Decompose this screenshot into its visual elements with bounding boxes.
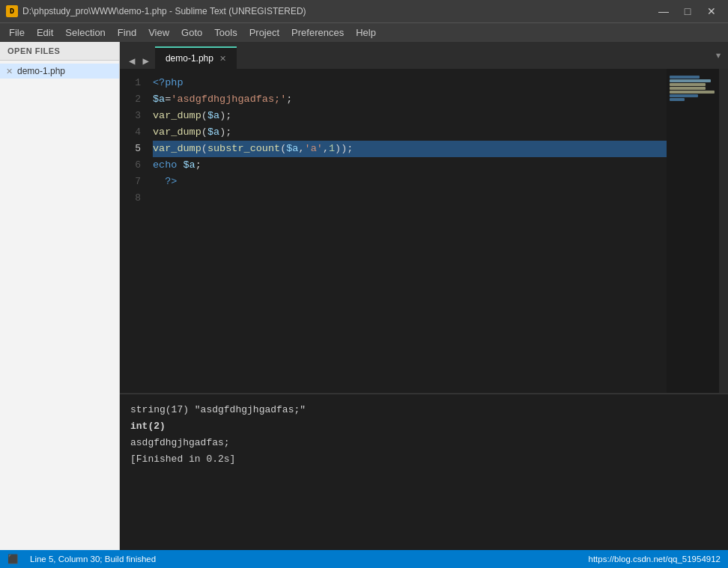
tab-nav: ◀ ▶ — [126, 53, 152, 69]
close-button[interactable]: ✕ — [701, 4, 722, 18]
tab-prev-button[interactable]: ◀ — [126, 53, 138, 69]
editor-tab[interactable]: demo-1.php ✕ — [155, 46, 237, 69]
sidebar-header: OPEN FILES — [0, 42, 119, 61]
menu-item-edit[interactable]: Edit — [31, 25, 59, 41]
tab-label: demo-1.php — [166, 53, 213, 64]
line-num-7: 7 — [120, 174, 141, 190]
output-line-3: asdgfdhgjhgadfas; — [130, 435, 718, 451]
sidebar-files: ✕ demo-1.php — [0, 61, 119, 82]
code-content[interactable]: <?php $a='asdgfdhgjhgadfas;'; var_dump($… — [147, 69, 667, 393]
line-num-1: 1 — [120, 75, 141, 91]
minimize-button[interactable]: — — [653, 4, 674, 18]
code-line-8 — [153, 190, 667, 207]
menu-item-project[interactable]: Project — [243, 25, 285, 41]
status-bar: ⬛ Line 5, Column 30; Build finished http… — [0, 550, 728, 568]
menu-item-view[interactable]: View — [142, 25, 175, 41]
tab-overflow-button[interactable]: ▾ — [715, 48, 722, 63]
main-layout: OPEN FILES ✕ demo-1.php ◀ ▶ demo-1.php ✕… — [0, 42, 728, 550]
code-line-7: ?> — [153, 174, 667, 190]
output-line-2: int(2) — [130, 418, 718, 435]
app-icon: D — [6, 5, 18, 17]
line-num-6: 6 — [120, 157, 141, 174]
status-left: ⬛ Line 5, Column 30; Build finished — [7, 554, 156, 564]
file-close-icon[interactable]: ✕ — [6, 67, 13, 76]
title-bar: D D:\phpstudy_pro\WWW\demo-1.php - Subli… — [0, 0, 728, 22]
menu-item-preferences[interactable]: Preferences — [285, 25, 350, 41]
scroll-indicator-strip — [719, 69, 728, 393]
code-line-2: $a='asdgfdhgjhgadfas;'; — [153, 91, 667, 108]
mini-line-1 — [670, 76, 700, 79]
tab-bar: ◀ ▶ demo-1.php ✕ ▾ — [120, 42, 728, 69]
file-name: demo-1.php — [17, 66, 65, 76]
code-line-3: var_dump($a); — [153, 108, 667, 124]
line-numbers: 1 2 3 4 5 6 7 8 — [120, 69, 147, 393]
title-text: D:\phpstudy_pro\WWW\demo-1.php - Sublime… — [22, 6, 306, 16]
menu-item-help[interactable]: Help — [350, 25, 382, 41]
line-num-3: 3 — [120, 108, 141, 124]
status-right: https://blog.csdn.net/qq_51954912 — [589, 555, 721, 564]
window-controls: — □ ✕ — [653, 4, 722, 18]
code-line-6: echo $a; — [153, 157, 667, 174]
editor-container: ◀ ▶ demo-1.php ✕ ▾ 1 2 3 4 5 6 7 8 — [120, 42, 728, 550]
tab-close-icon[interactable]: ✕ — [219, 54, 226, 64]
menu-item-find[interactable]: Find — [112, 25, 142, 41]
menu-item-goto[interactable]: Goto — [175, 25, 208, 41]
line-num-8: 8 — [120, 190, 141, 207]
minimap — [667, 69, 719, 393]
mini-line-6 — [670, 94, 698, 97]
code-line-4: var_dump($a); — [153, 124, 667, 141]
tab-next-button[interactable]: ▶ — [139, 53, 151, 69]
minimap-content — [667, 69, 719, 108]
output-line-4: [Finished in 0.2s] — [130, 451, 718, 468]
status-icon: ⬛ — [7, 554, 18, 564]
menu-item-tools[interactable]: Tools — [208, 25, 243, 41]
line-num-4: 4 — [120, 124, 141, 141]
line-num-5: 5 — [120, 141, 141, 157]
output-panel: string(17) "asdgfdhgjhgadfas;" int(2) as… — [120, 393, 728, 550]
line-num-2: 2 — [120, 91, 141, 108]
mini-line-7 — [670, 98, 685, 101]
menu-item-file[interactable]: File — [3, 25, 31, 41]
mini-line-2 — [670, 79, 711, 82]
code-line-5: var_dump(substr_count($a,'a',1)); — [153, 141, 667, 157]
code-editor[interactable]: 1 2 3 4 5 6 7 8 <?php $a='asdgfdhgjhgadf… — [120, 69, 728, 393]
mini-line-4 — [670, 87, 706, 90]
status-url: https://blog.csdn.net/qq_51954912 — [589, 555, 721, 564]
menu-bar: FileEditSelectionFindViewGotoToolsProjec… — [0, 22, 728, 42]
sidebar-file-item[interactable]: ✕ demo-1.php — [0, 64, 119, 79]
mini-line-3 — [670, 83, 706, 86]
menu-item-selection[interactable]: Selection — [59, 25, 111, 41]
php-open-tag: <?php — [153, 75, 183, 91]
maximize-button[interactable]: □ — [677, 4, 698, 18]
title-bar-left: D D:\phpstudy_pro\WWW\demo-1.php - Subli… — [6, 5, 306, 17]
sidebar: OPEN FILES ✕ demo-1.php — [0, 42, 120, 550]
status-position: Line 5, Column 30; Build finished — [30, 555, 156, 564]
mini-line-5 — [670, 91, 715, 94]
output-line-1: string(17) "asdgfdhgjhgadfas;" — [130, 402, 718, 418]
code-line-1: <?php — [153, 75, 667, 91]
